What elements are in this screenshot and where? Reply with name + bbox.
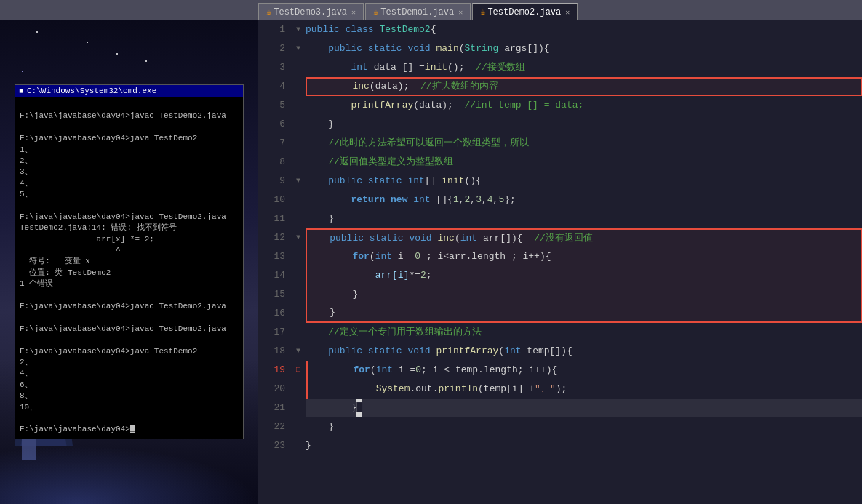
cmd-window: ■ C:\Windows\System32\cmd.exe F:\java\ja… bbox=[15, 84, 244, 439]
fold-8 bbox=[291, 153, 306, 172]
fold-18[interactable]: ▼ bbox=[291, 342, 306, 361]
ln-14: 14 bbox=[258, 266, 285, 285]
ln-13: 13 bbox=[258, 247, 285, 266]
tab-icon-testdemo3: ☕ bbox=[266, 7, 271, 17]
ln-19: 19 bbox=[258, 361, 285, 380]
ln-8: 8 bbox=[258, 153, 285, 172]
close-tab-testdemo3[interactable]: ✕ bbox=[351, 8, 356, 17]
ln-15: 15 bbox=[258, 285, 285, 304]
cmd-line-24: 4、 bbox=[20, 369, 33, 377]
fold-10 bbox=[291, 191, 306, 209]
fold-7 bbox=[291, 134, 306, 153]
code-line-8: //返回值类型定义为整型数组 bbox=[306, 153, 862, 172]
fold-16 bbox=[291, 304, 306, 323]
cmd-line-26: 8、 bbox=[20, 391, 33, 400]
code-editor[interactable]: 1 2 3 4 5 6 7 8 9 10 11 12 13 14 15 16 1… bbox=[258, 20, 862, 504]
cmd-line-5: 2、 bbox=[20, 156, 33, 165]
ln-23: 23 bbox=[258, 436, 285, 455]
cmd-line-10: F:\java\javabase\day04>javac TestDemo2.j… bbox=[20, 212, 226, 221]
cmd-line-7: 4、 bbox=[20, 179, 33, 188]
code-line-2: public static void main(String args[]){ bbox=[306, 39, 862, 58]
fold-5 bbox=[291, 96, 306, 115]
cmd-line-14: 符号: 变量 x bbox=[20, 257, 90, 265]
code-line-21: }█ bbox=[306, 399, 862, 417]
fold-23 bbox=[291, 436, 306, 455]
code-line-11: } bbox=[306, 209, 862, 228]
tab-label-testdemo2: TestDemo2.java bbox=[487, 7, 561, 17]
fold-12[interactable]: ▼ bbox=[291, 228, 306, 247]
cmd-line-15: 位置: 类 TestDemo2 bbox=[20, 268, 111, 277]
cmd-line-18: F:\java\javabase\day04>javac TestDemo2.j… bbox=[20, 302, 226, 311]
fold-14 bbox=[291, 266, 306, 285]
close-tab-testdemo1[interactable]: ✕ bbox=[458, 8, 463, 17]
code-line-3: int data [] = init(); //接受数组 bbox=[306, 58, 862, 77]
ln-2: 2 bbox=[258, 39, 285, 58]
cmd-line-23: 2、 bbox=[20, 358, 33, 367]
tab-label-testdemo1: TestDemo1.java bbox=[380, 7, 454, 17]
fold-15 bbox=[291, 285, 306, 304]
code-line-14: arr[i] *= 2; bbox=[306, 266, 862, 285]
tab-label-testdemo3: TestDemo3.java bbox=[274, 7, 347, 17]
code-line-16: } bbox=[306, 304, 862, 323]
code-line-17: //定义一个专门用于数组输出的方法 bbox=[306, 323, 862, 342]
code-lines[interactable]: public class TestDemo2{ public static vo… bbox=[306, 20, 862, 504]
tab-testdemo2[interactable]: ☕ TestDemo2.java ✕ bbox=[472, 3, 578, 20]
ln-11: 11 bbox=[258, 209, 285, 228]
cmd-line-13: ^ bbox=[20, 246, 121, 255]
ln-12: 12 bbox=[258, 228, 285, 247]
cmd-title-bar: ■ C:\Windows\System32\cmd.exe bbox=[15, 85, 243, 97]
cmd-icon: ■ bbox=[19, 87, 23, 95]
code-line-20: System.out.println(temp[i] + "、"); bbox=[306, 380, 862, 399]
fold-9[interactable]: ▼ bbox=[291, 172, 306, 191]
tab-icon-testdemo2: ☕ bbox=[480, 7, 485, 17]
ln-9: 9 bbox=[258, 172, 285, 191]
ln-1: 1 bbox=[258, 20, 285, 39]
cmd-line-3: F:\java\javabase\day04>java TestDemo2 bbox=[20, 134, 197, 143]
tab-icon-testdemo1: ☕ bbox=[373, 7, 378, 17]
cmd-line-12: arr[x] *= 2; bbox=[20, 235, 154, 244]
fold-17 bbox=[291, 323, 306, 342]
ln-4: 4 bbox=[258, 77, 285, 96]
cmd-line-29: F:\java\javabase\day04>_ bbox=[20, 425, 135, 433]
code-line-10: return new int []{1,2,3,4,5}; bbox=[306, 191, 862, 209]
line-numbers: 1 2 3 4 5 6 7 8 9 10 11 12 13 14 15 16 1… bbox=[258, 20, 291, 504]
code-line-23: } bbox=[306, 436, 862, 455]
fold-20 bbox=[291, 380, 306, 399]
code-line-1: public class TestDemo2{ bbox=[306, 20, 862, 39]
code-line-15: } bbox=[306, 285, 862, 304]
fold-13 bbox=[291, 247, 306, 266]
cmd-line-27: 10、 bbox=[20, 403, 37, 412]
fold-2[interactable]: ▼ bbox=[291, 39, 306, 58]
fold-6 bbox=[291, 115, 306, 134]
ln-6: 6 bbox=[258, 115, 285, 134]
fold-22 bbox=[291, 417, 306, 436]
fold-4 bbox=[291, 77, 306, 96]
cmd-output[interactable]: F:\java\javabase\day04>javac TestDemo2.j… bbox=[15, 97, 243, 439]
cmd-title: C:\Windows\System32\cmd.exe bbox=[27, 87, 156, 95]
tab-testdemo1[interactable]: ☕ TestDemo1.java ✕ bbox=[365, 3, 471, 20]
code-content: 1 2 3 4 5 6 7 8 9 10 11 12 13 14 15 16 1… bbox=[258, 20, 862, 504]
code-line-18: public static void printfArray(int temp[… bbox=[306, 342, 862, 361]
fold-3 bbox=[291, 58, 306, 77]
code-line-6: } bbox=[306, 115, 862, 134]
tab-bar: ☕ TestDemo3.java ✕ ☕ TestDemo1.java ✕ ☕ … bbox=[0, 0, 862, 20]
code-line-19: for(int i = 0; i < temp.length; i++){ bbox=[306, 361, 862, 380]
fold-11 bbox=[291, 209, 306, 228]
cmd-line-11: TestDemo2.java:14: 错误: 找不到符号 bbox=[20, 223, 177, 232]
ln-20: 20 bbox=[258, 380, 285, 399]
code-line-4: inc(data); //扩大数组的内容 bbox=[306, 77, 862, 96]
cmd-line-6: 3、 bbox=[20, 167, 33, 176]
cmd-line-1: F:\java\javabase\day04>javac TestDemo2.j… bbox=[20, 111, 226, 120]
ln-3: 3 bbox=[258, 58, 285, 77]
code-line-5: printfArray(data); //int temp [] = data; bbox=[306, 96, 862, 115]
cmd-line-16: 1 个错误 bbox=[20, 279, 53, 288]
fold-1[interactable]: ▼ bbox=[291, 20, 306, 39]
ln-5: 5 bbox=[258, 96, 285, 115]
tab-testdemo3[interactable]: ☕ TestDemo3.java ✕ bbox=[258, 3, 364, 20]
fold-19[interactable]: □ bbox=[291, 361, 306, 380]
cmd-panel: ■ C:\Windows\System32\cmd.exe F:\java\ja… bbox=[0, 20, 258, 504]
close-tab-testdemo2[interactable]: ✕ bbox=[565, 8, 570, 17]
fold-gutter: ▼ ▼ ▼ ▼ ▼ □ bbox=[291, 20, 306, 504]
cmd-line-20: F:\java\javabase\day04>javac TestDemo2.j… bbox=[20, 324, 226, 333]
cmd-line-8: 5、 bbox=[20, 190, 33, 199]
